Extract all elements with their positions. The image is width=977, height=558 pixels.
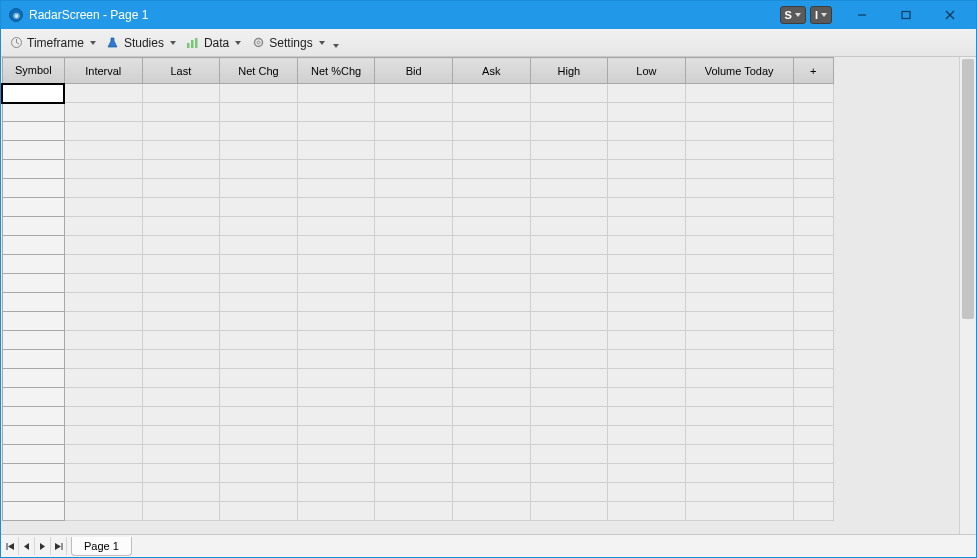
cell[interactable] [375,255,453,274]
cell[interactable] [685,274,793,293]
cell[interactable] [375,331,453,350]
cell[interactable] [220,255,298,274]
cell[interactable] [685,160,793,179]
column-header[interactable]: Interval [64,58,142,84]
cell[interactable] [530,141,608,160]
cell[interactable] [2,179,64,198]
cell[interactable] [375,179,453,198]
table-row[interactable] [2,350,834,369]
cell[interactable] [608,160,686,179]
cell[interactable] [452,312,530,331]
cell[interactable] [297,198,375,217]
cell[interactable] [142,369,220,388]
column-header[interactable]: High [530,58,608,84]
cell[interactable] [452,160,530,179]
cell[interactable] [375,236,453,255]
table-row[interactable] [2,255,834,274]
cell[interactable] [530,179,608,198]
cell[interactable] [685,445,793,464]
studies-menu[interactable]: Studies [102,32,180,54]
cell[interactable] [685,369,793,388]
cell[interactable] [64,255,142,274]
cell[interactable] [375,141,453,160]
minimize-button[interactable] [848,5,876,25]
cell[interactable] [220,198,298,217]
cell[interactable] [297,84,375,103]
cell[interactable] [2,293,64,312]
table-row[interactable] [2,502,834,521]
cell[interactable] [142,407,220,426]
cell[interactable] [142,293,220,312]
cell[interactable] [793,122,833,141]
table-row[interactable] [2,103,834,122]
cell[interactable] [2,369,64,388]
cell[interactable] [375,274,453,293]
cell[interactable] [220,122,298,141]
data-menu[interactable]: Data [182,32,245,54]
cell[interactable] [375,84,453,103]
cell[interactable] [608,483,686,502]
cell[interactable] [452,483,530,502]
cell[interactable] [530,84,608,103]
cell[interactable] [793,217,833,236]
cell[interactable] [452,350,530,369]
cell[interactable] [452,331,530,350]
cell[interactable] [297,160,375,179]
cell[interactable] [297,236,375,255]
cell[interactable] [220,160,298,179]
cell[interactable] [530,312,608,331]
cell[interactable] [685,236,793,255]
cell[interactable] [220,407,298,426]
table-row[interactable] [2,293,834,312]
cell[interactable] [608,84,686,103]
cell[interactable] [220,236,298,255]
cell[interactable] [142,502,220,521]
scrollbar-thumb[interactable] [962,59,974,319]
cell[interactable] [297,293,375,312]
cell[interactable] [2,236,64,255]
cell[interactable] [685,464,793,483]
cell[interactable] [608,103,686,122]
vertical-scrollbar[interactable] [959,57,976,534]
cell[interactable] [297,312,375,331]
cell[interactable] [220,84,298,103]
cell[interactable] [375,426,453,445]
cell[interactable] [375,160,453,179]
cell[interactable] [64,103,142,122]
cell[interactable] [608,369,686,388]
table-row[interactable] [2,464,834,483]
cell[interactable] [142,350,220,369]
cell[interactable] [220,483,298,502]
cell[interactable] [608,331,686,350]
cell[interactable] [793,198,833,217]
cell[interactable] [142,217,220,236]
table-row[interactable] [2,369,834,388]
cell[interactable] [375,464,453,483]
cell[interactable] [297,274,375,293]
cell[interactable] [220,274,298,293]
cell[interactable] [530,160,608,179]
s-dropdown-button[interactable]: S [780,6,806,24]
cell[interactable] [793,179,833,198]
cell[interactable] [793,312,833,331]
cell[interactable] [452,274,530,293]
close-button[interactable] [936,5,964,25]
cell[interactable] [375,502,453,521]
cell[interactable] [452,293,530,312]
cell[interactable] [452,122,530,141]
cell[interactable] [142,312,220,331]
cell[interactable] [375,103,453,122]
cell[interactable] [142,426,220,445]
cell[interactable] [375,122,453,141]
cell[interactable] [793,103,833,122]
cell[interactable] [530,122,608,141]
cell[interactable] [685,407,793,426]
cell[interactable] [220,217,298,236]
cell[interactable] [2,84,64,103]
column-header[interactable]: Last [142,58,220,84]
cell[interactable] [608,198,686,217]
cell[interactable] [297,122,375,141]
cell[interactable] [685,103,793,122]
cell[interactable] [685,122,793,141]
cell[interactable] [530,502,608,521]
